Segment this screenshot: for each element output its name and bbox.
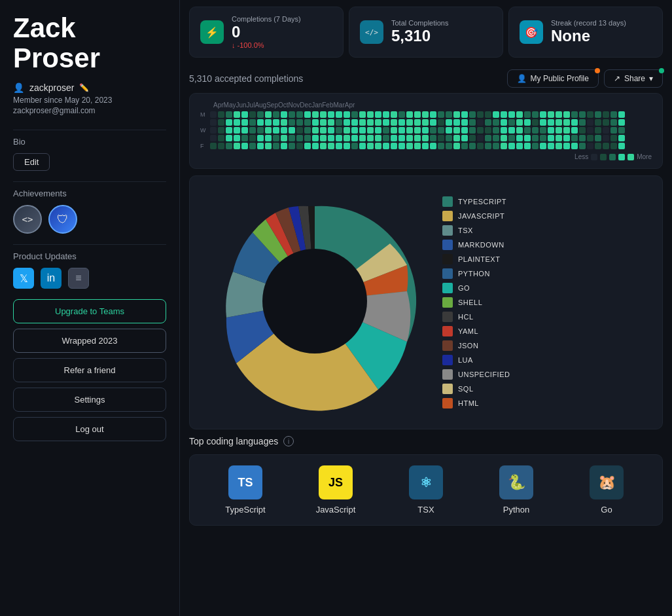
heatmap-cell[interactable] xyxy=(406,143,413,149)
heatmap-cell[interactable] xyxy=(241,111,248,118)
heatmap-cell[interactable] xyxy=(532,111,539,118)
heatmap-cell[interactable] xyxy=(320,135,327,141)
heatmap-cell[interactable] xyxy=(328,119,334,126)
heatmap-cell[interactable] xyxy=(257,143,264,149)
heatmap-cell[interactable] xyxy=(469,127,476,134)
share-button[interactable]: ↗ Share ▾ xyxy=(604,69,663,88)
heatmap-cell[interactable] xyxy=(579,135,586,141)
heatmap-cell[interactable] xyxy=(344,135,350,141)
heatmap-cell[interactable] xyxy=(359,135,366,141)
heatmap-cell[interactable] xyxy=(422,127,429,134)
heatmap-cell[interactable] xyxy=(218,143,224,149)
heatmap-cell[interactable] xyxy=(218,119,224,126)
heatmap-cell[interactable] xyxy=(524,119,531,126)
heatmap-cell[interactable] xyxy=(453,143,460,149)
heatmap-cell[interactable] xyxy=(446,135,452,141)
heatmap-cell[interactable] xyxy=(249,111,256,118)
heatmap-cell[interactable] xyxy=(532,135,539,141)
heatmap-cell[interactable] xyxy=(453,119,460,126)
heatmap-cell[interactable] xyxy=(218,111,224,118)
heatmap-cell[interactable] xyxy=(257,135,264,141)
heatmap-cell[interactable] xyxy=(438,119,444,126)
heatmap-cell[interactable] xyxy=(579,143,586,149)
heatmap-cell[interactable] xyxy=(391,135,397,141)
heatmap-cell[interactable] xyxy=(571,119,578,126)
heatmap-cell[interactable] xyxy=(226,143,232,149)
heatmap-cell[interactable] xyxy=(595,119,601,126)
heatmap-cell[interactable] xyxy=(375,135,381,141)
heatmap-cell[interactable] xyxy=(398,143,405,149)
heatmap-cell[interactable] xyxy=(430,111,436,118)
heatmap-cell[interactable] xyxy=(210,143,217,149)
heatmap-cell[interactable] xyxy=(571,135,578,141)
heatmap-cell[interactable] xyxy=(226,119,232,126)
heatmap-cell[interactable] xyxy=(556,111,562,118)
heatmap-cell[interactable] xyxy=(296,119,303,126)
heatmap-cell[interactable] xyxy=(603,111,609,118)
heatmap-cell[interactable] xyxy=(320,143,327,149)
heatmap-cell[interactable] xyxy=(234,127,240,134)
heatmap-cell[interactable] xyxy=(524,111,531,118)
heatmap-cell[interactable] xyxy=(359,127,366,134)
heatmap-cell[interactable] xyxy=(469,111,476,118)
heatmap-cell[interactable] xyxy=(359,143,366,149)
heatmap-cell[interactable] xyxy=(610,119,617,126)
heatmap-cell[interactable] xyxy=(328,111,334,118)
heatmap-cell[interactable] xyxy=(406,127,413,134)
heatmap-cell[interactable] xyxy=(618,111,625,118)
language-card[interactable]: 🐹Go xyxy=(561,465,652,515)
heatmap-cell[interactable] xyxy=(312,135,319,141)
heatmap-cell[interactable] xyxy=(493,127,499,134)
heatmap-cell[interactable] xyxy=(540,111,546,118)
heatmap-cell[interactable] xyxy=(265,119,272,126)
heatmap-cell[interactable] xyxy=(477,143,484,149)
heatmap-cell[interactable] xyxy=(587,111,593,118)
heatmap-cell[interactable] xyxy=(351,127,358,134)
heatmap-cell[interactable] xyxy=(383,119,389,126)
heatmap-cell[interactable] xyxy=(508,143,515,149)
heatmap-cell[interactable] xyxy=(265,111,272,118)
heatmap-cell[interactable] xyxy=(540,119,546,126)
heatmap-cell[interactable] xyxy=(540,143,546,149)
heatmap-cell[interactable] xyxy=(375,119,381,126)
heatmap-cell[interactable] xyxy=(493,119,499,126)
heatmap-cell[interactable] xyxy=(249,119,256,126)
heatmap-cell[interactable] xyxy=(501,143,507,149)
heatmap-cell[interactable] xyxy=(516,143,523,149)
heatmap-cell[interactable] xyxy=(485,127,491,134)
heatmap-cell[interactable] xyxy=(344,111,350,118)
heatmap-cell[interactable] xyxy=(218,135,224,141)
heatmap-cell[interactable] xyxy=(422,111,429,118)
heatmap-cell[interactable] xyxy=(461,127,468,134)
heatmap-cell[interactable] xyxy=(548,119,554,126)
heatmap-cell[interactable] xyxy=(524,143,531,149)
heatmap-cell[interactable] xyxy=(414,111,421,118)
heatmap-cell[interactable] xyxy=(273,143,279,149)
heatmap-cell[interactable] xyxy=(336,135,342,141)
heatmap-cell[interactable] xyxy=(571,143,578,149)
heatmap-cell[interactable] xyxy=(241,127,248,134)
heatmap-cell[interactable] xyxy=(241,119,248,126)
heatmap-cell[interactable] xyxy=(516,135,523,141)
language-card[interactable]: 🐍Python xyxy=(471,465,561,515)
heatmap-cell[interactable] xyxy=(289,135,295,141)
heatmap-cell[interactable] xyxy=(359,111,366,118)
heatmap-cell[interactable] xyxy=(351,111,358,118)
heatmap-cell[interactable] xyxy=(587,119,593,126)
heatmap-cell[interactable] xyxy=(226,127,232,134)
heatmap-cell[interactable] xyxy=(501,119,507,126)
heatmap-cell[interactable] xyxy=(430,143,436,149)
heatmap-cell[interactable] xyxy=(532,127,539,134)
heatmap-cell[interactable] xyxy=(344,127,350,134)
heatmap-cell[interactable] xyxy=(241,143,248,149)
heatmap-cell[interactable] xyxy=(477,119,484,126)
heatmap-cell[interactable] xyxy=(367,127,374,134)
heatmap-cell[interactable] xyxy=(328,127,334,134)
heatmap-cell[interactable] xyxy=(414,119,421,126)
heatmap-cell[interactable] xyxy=(516,127,523,134)
heatmap-cell[interactable] xyxy=(359,119,366,126)
heatmap-cell[interactable] xyxy=(618,127,625,134)
heatmap-cell[interactable] xyxy=(328,143,334,149)
twitter-icon[interactable]: 𝕏 xyxy=(13,268,34,289)
heatmap-cell[interactable] xyxy=(391,119,397,126)
